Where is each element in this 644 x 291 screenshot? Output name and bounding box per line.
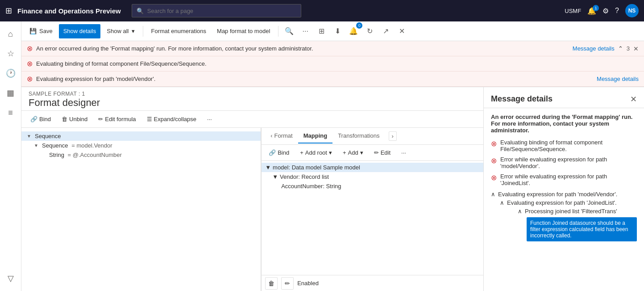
- delete-btn[interactable]: 🗑: [265, 277, 278, 290]
- tree-label: String: [49, 152, 64, 158]
- message-item-1: ⊗ Evaluating binding of format component…: [491, 139, 637, 152]
- toolbar-separator-2: [278, 26, 278, 37]
- search-bar[interactable]: 🔍: [132, 4, 301, 17]
- msg-err-icon-1: ⊗: [491, 139, 497, 148]
- unbind-button[interactable]: 🗑 Unbind: [58, 114, 91, 124]
- error-close-btn[interactable]: ✕: [633, 45, 639, 52]
- right-footer: 🗑 ✏ Enabled: [262, 275, 483, 291]
- avatar[interactable]: NS: [625, 4, 639, 17]
- msg-inner-section: ∧ Processing joined list 'FilteredTrans'…: [500, 207, 637, 241]
- plus-icon-2: +: [343, 149, 346, 156]
- message-panel-title: Message details: [491, 94, 553, 104]
- bind-button[interactable]: 🔗 Bind: [27, 114, 54, 124]
- tab-format[interactable]: ‹ Format: [265, 129, 298, 143]
- tree-label: Sequence: [42, 142, 68, 149]
- external-link-icon[interactable]: ↗: [378, 24, 393, 38]
- format-enumerations-button[interactable]: Format enumerations: [147, 24, 211, 38]
- expand-icon-3: ∧: [518, 208, 522, 215]
- expand-collapse-button[interactable]: ☰ Expand/collapse: [143, 114, 200, 124]
- message-details-link-1[interactable]: Message details: [573, 45, 615, 52]
- tag-icon[interactable]: ⊞: [314, 24, 328, 38]
- add-chevron-icon: ▾: [360, 149, 363, 156]
- tree-value: = model.Vendor: [70, 142, 112, 149]
- tab-next-icon[interactable]: ›: [389, 131, 397, 141]
- badge-icon[interactable]: 🔔 0: [346, 24, 361, 38]
- refresh-icon[interactable]: ↻: [362, 24, 377, 38]
- tab-mapping[interactable]: Mapping: [298, 129, 332, 143]
- sidebar-favorites-icon[interactable]: ☆: [2, 45, 20, 63]
- right-tree-arrow: ▼: [265, 164, 271, 171]
- sidebar-workspaces-icon[interactable]: ▦: [2, 84, 20, 102]
- message-panel: Message details ✕ An error occurred duri…: [483, 87, 644, 291]
- edit-button[interactable]: ✏ Edit: [370, 148, 394, 158]
- right-tree-label: AccountNumber: String: [281, 183, 341, 190]
- tree-item[interactable]: ▼ Sequence: [21, 131, 261, 141]
- right-tree-item[interactable]: ▼ model: Data model Sample model: [262, 163, 483, 172]
- error-icon-2: ⊗: [27, 59, 33, 68]
- message-close-btn[interactable]: ✕: [630, 94, 637, 104]
- add-button[interactable]: + Add ▾: [339, 148, 367, 158]
- error-nav-up[interactable]: ⌃: [618, 45, 623, 52]
- add-root-chevron-icon: ▾: [329, 149, 332, 156]
- right-tree-label: Vendor: Record list: [280, 173, 329, 180]
- sidebar-recent-icon[interactable]: 🕐: [2, 64, 20, 82]
- right-toolbar: 🔗 Bind + Add root ▾ + Add ▾: [262, 145, 483, 161]
- message-details-link-3[interactable]: Message details: [597, 76, 639, 82]
- notifications-icon[interactable]: 🔔 1: [587, 7, 596, 15]
- msg-inner-label: Processing joined list 'FilteredTrans': [525, 208, 617, 215]
- save-button[interactable]: 💾 Save: [25, 24, 57, 38]
- download-icon[interactable]: ⬇: [330, 24, 345, 38]
- search-input[interactable]: [147, 8, 296, 14]
- tab-transformations[interactable]: Transformations: [332, 129, 385, 143]
- msg-err-icon-2: ⊗: [491, 156, 497, 165]
- edit-icon: ✏: [98, 116, 103, 122]
- error-controls-1: Message details ⌃ 3 ✕: [573, 45, 639, 52]
- right-more-btn[interactable]: ···: [398, 148, 410, 158]
- edit-formula-button[interactable]: ✏ Edit formula: [95, 114, 139, 124]
- save-icon: 💾: [29, 28, 37, 34]
- drag-handle[interactable]: [259, 128, 261, 291]
- designer-toolbar: 🔗 Bind 🗑 Unbind ✏ Edit formula ☰ Expand/…: [21, 111, 483, 128]
- left-pane: ▼ Sequence ▼ Sequence = model.Vendor Str…: [21, 128, 262, 291]
- show-details-button[interactable]: Show details: [59, 24, 101, 38]
- expand-icon-1: ∧: [491, 191, 495, 198]
- right-tree-arrow: ▼: [272, 173, 278, 180]
- msg-subsection-label-1: Evaluating expression for path 'JoinedLi…: [507, 199, 617, 206]
- more-options-icon[interactable]: ···: [298, 24, 312, 38]
- tree-value: = @.AccountNumber: [66, 152, 122, 158]
- message-body: An error occurred during the 'Format map…: [484, 108, 644, 291]
- expand-icon-2: ∧: [500, 199, 504, 206]
- edit-footer-btn[interactable]: ✏: [281, 277, 294, 290]
- tree-arrow-icon: ▼: [34, 143, 40, 148]
- search-toolbar-icon[interactable]: 🔍: [282, 24, 296, 38]
- error-count: 3: [627, 45, 630, 52]
- search-icon: 🔍: [137, 8, 144, 14]
- right-bind-button[interactable]: 🔗 Bind: [265, 148, 293, 158]
- error-icon-3: ⊗: [27, 75, 33, 83]
- msg-section-label-1: Evaluating expression for path 'model/Ve…: [498, 191, 617, 198]
- trash-icon: 🗑: [62, 116, 67, 122]
- sidebar-filter-icon[interactable]: ▽: [2, 270, 20, 287]
- map-format-button[interactable]: Map format to model: [212, 24, 274, 38]
- msg-subsection-header-1[interactable]: ∧ Evaluating expression for path 'Joined…: [500, 198, 637, 207]
- show-all-button[interactable]: Show all ▾: [102, 24, 139, 38]
- right-tree-item[interactable]: ▼ Vendor: Record list: [262, 172, 483, 181]
- msg-subsection-1: ∧ Evaluating expression for path 'Joined…: [491, 198, 637, 241]
- grid-icon[interactable]: ⊞: [5, 6, 12, 16]
- tree-item[interactable]: String = @.AccountNumber: [21, 150, 261, 160]
- msg-err-icon-3: ⊗: [491, 173, 497, 182]
- close-page-icon[interactable]: ✕: [395, 24, 409, 38]
- error-row-2: ⊗ Evaluating binding of format component…: [21, 56, 644, 72]
- sidebar-home-icon[interactable]: ⌂: [2, 25, 20, 43]
- plus-icon: +: [300, 149, 303, 156]
- add-root-button[interactable]: + Add root ▾: [296, 148, 336, 158]
- settings-icon[interactable]: ⚙: [602, 7, 609, 15]
- msg-section-header-1[interactable]: ∧ Evaluating expression for path 'model/…: [491, 190, 637, 198]
- msg-inner-header[interactable]: ∧ Processing joined list 'FilteredTrans': [518, 207, 637, 215]
- right-tree-item[interactable]: AccountNumber: String: [262, 181, 483, 191]
- help-icon[interactable]: ?: [615, 7, 619, 15]
- sidebar-modules-icon[interactable]: ≡: [2, 104, 20, 122]
- more-btn[interactable]: ···: [204, 114, 216, 124]
- tree-item[interactable]: ▼ Sequence = model.Vendor: [21, 141, 261, 150]
- app-title: Finance and Operations Preview: [17, 7, 121, 15]
